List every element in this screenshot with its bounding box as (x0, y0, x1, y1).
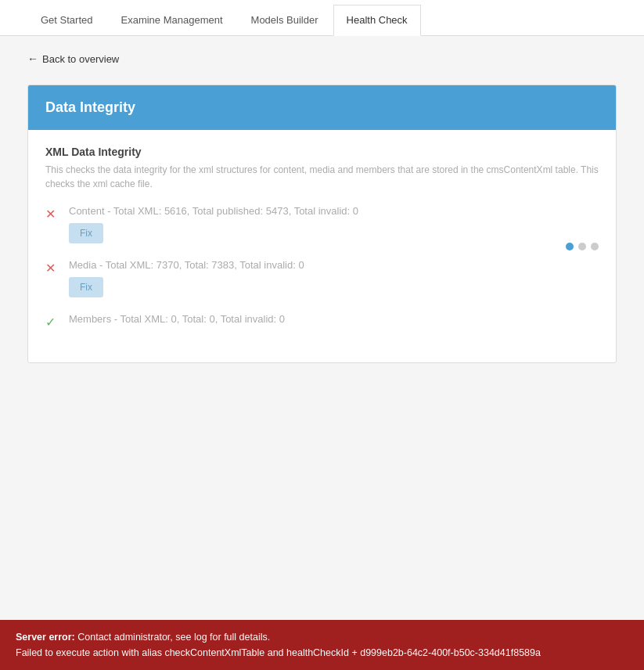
error-icon-media: ✕ (45, 261, 69, 276)
check-row-media: ✕ Media - Total XML: 7370, Total: 7383, … (45, 259, 599, 297)
back-link[interactable]: ← Back to overview (27, 52, 119, 65)
dot-2 (578, 243, 586, 250)
check-label-members: Members - Total XML: 0, Total: 0, Total … (69, 313, 599, 325)
dot-1 (566, 243, 574, 250)
tab-bar: Get Started Examine Management Models Bu… (0, 0, 644, 36)
back-link-label: Back to overview (42, 53, 119, 65)
data-integrity-card: Data Integrity XML Data Integrity This c… (27, 85, 617, 363)
section-desc: This checks the data integrity for the x… (45, 163, 599, 191)
tab-health-check[interactable]: Health Check (333, 5, 421, 36)
section-title: XML Data Integrity (45, 146, 599, 158)
content-area: ← Back to overview Data Integrity XML Da… (0, 36, 644, 631)
check-row-content: ✕ Content - Total XML: 5616, Total publi… (45, 205, 599, 243)
tab-examine-management[interactable]: Examine Management (107, 5, 236, 35)
tab-models-builder[interactable]: Models Builder (238, 5, 332, 35)
loading-dots (566, 243, 599, 250)
check-content-media: Media - Total XML: 7370, Total: 7383, To… (69, 259, 599, 297)
check-row-members: ✓ Members - Total XML: 0, Total: 0, Tota… (45, 313, 599, 331)
error-prefix: Server error: (16, 632, 75, 643)
error-icon-content: ✕ (45, 207, 69, 222)
fix-button-media[interactable]: Fix (69, 277, 103, 297)
dot-3 (591, 243, 599, 250)
error-bar-line1: Server error: Contact administrator, see… (16, 629, 628, 645)
tab-get-started[interactable]: Get Started (27, 5, 106, 35)
card-header: Data Integrity (28, 85, 616, 130)
xml-section: XML Data Integrity This checks the data … (45, 146, 599, 191)
error-bar: Server error: Contact administrator, see… (0, 620, 644, 670)
error-bar-line2: Failed to execute action with alias chec… (16, 645, 628, 661)
card-title: Data Integrity (45, 99, 135, 115)
back-arrow-icon: ← (27, 52, 38, 65)
fix-button-content[interactable]: Fix (69, 223, 103, 243)
error-message: Contact administrator, see log for full … (77, 632, 270, 643)
check-label-content: Content - Total XML: 5616, Total publish… (69, 205, 599, 217)
check-label-media: Media - Total XML: 7370, Total: 7383, To… (69, 259, 599, 271)
check-content-content: Content - Total XML: 5616, Total publish… (69, 205, 599, 243)
success-icon-members: ✓ (45, 315, 69, 330)
card-body: XML Data Integrity This checks the data … (28, 130, 616, 362)
check-content-members: Members - Total XML: 0, Total: 0, Total … (69, 313, 599, 331)
